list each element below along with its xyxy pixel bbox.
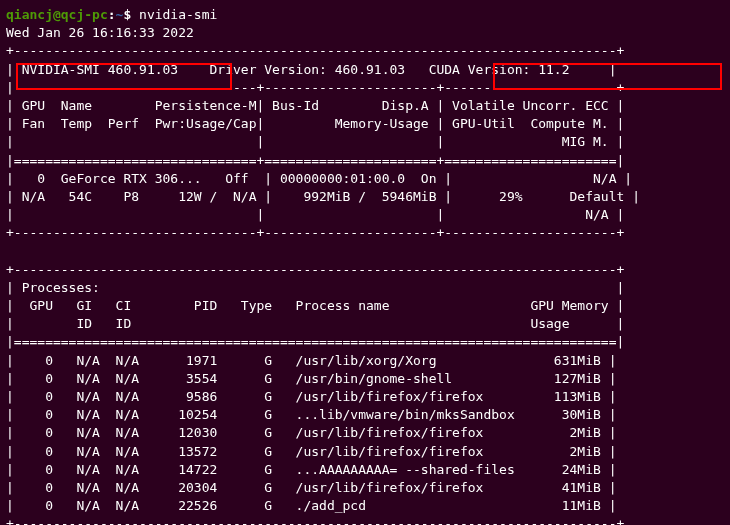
prompt-dollar: $ (123, 7, 139, 22)
smi-output: +---------------------------------------… (6, 42, 724, 525)
prompt-line: qiancj@qcj-pc:~$ nvidia-smi (6, 6, 724, 24)
prompt-colon: : (108, 7, 116, 22)
terminal-window: qiancj@qcj-pc:~$ nvidia-smi Wed Jan 26 1… (6, 6, 724, 525)
command-text[interactable]: nvidia-smi (139, 7, 217, 22)
prompt-user-host: qiancj@qcj-pc (6, 7, 108, 22)
timestamp-line: Wed Jan 26 16:16:33 2022 (6, 24, 724, 42)
